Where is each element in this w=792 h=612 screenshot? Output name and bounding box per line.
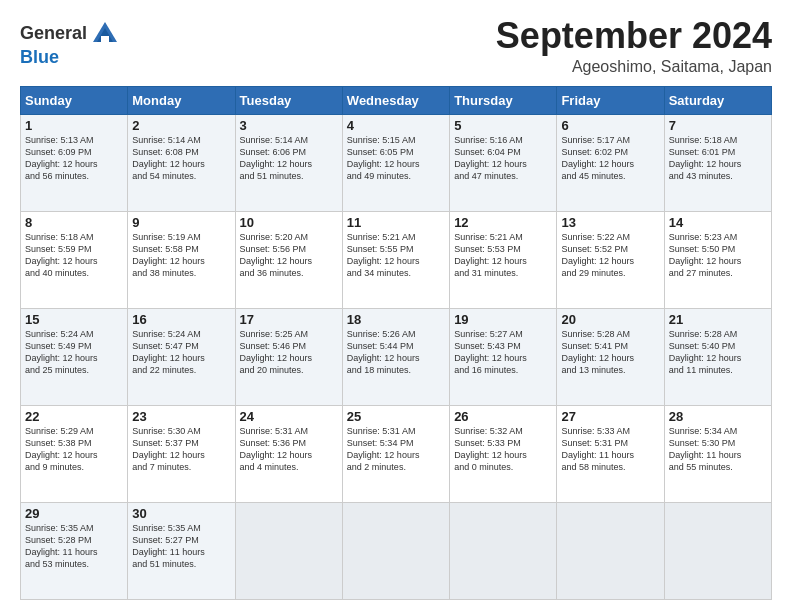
day-number: 19	[454, 312, 552, 327]
day-number: 9	[132, 215, 230, 230]
logo-general-text: General	[20, 24, 87, 44]
day-info: Sunrise: 5:28 AMSunset: 5:41 PMDaylight:…	[561, 328, 659, 377]
day-info: Sunrise: 5:26 AMSunset: 5:44 PMDaylight:…	[347, 328, 445, 377]
day-info: Sunrise: 5:15 AMSunset: 6:05 PMDaylight:…	[347, 134, 445, 183]
day-number: 21	[669, 312, 767, 327]
table-row: 8 Sunrise: 5:18 AMSunset: 5:59 PMDayligh…	[21, 211, 128, 308]
day-number: 1	[25, 118, 123, 133]
week-row-5: 29 Sunrise: 5:35 AMSunset: 5:28 PMDaylig…	[21, 502, 772, 599]
table-row	[450, 502, 557, 599]
day-number: 26	[454, 409, 552, 424]
title-block: September 2024 Ageoshimo, Saitama, Japan	[496, 16, 772, 76]
table-row: 9 Sunrise: 5:19 AMSunset: 5:58 PMDayligh…	[128, 211, 235, 308]
day-number: 18	[347, 312, 445, 327]
table-row: 22 Sunrise: 5:29 AMSunset: 5:38 PMDaylig…	[21, 405, 128, 502]
day-info: Sunrise: 5:27 AMSunset: 5:43 PMDaylight:…	[454, 328, 552, 377]
th-monday: Monday	[128, 86, 235, 114]
day-number: 6	[561, 118, 659, 133]
table-row: 10 Sunrise: 5:20 AMSunset: 5:56 PMDaylig…	[235, 211, 342, 308]
day-info: Sunrise: 5:13 AMSunset: 6:09 PMDaylight:…	[25, 134, 123, 183]
day-info: Sunrise: 5:23 AMSunset: 5:50 PMDaylight:…	[669, 231, 767, 280]
table-row: 19 Sunrise: 5:27 AMSunset: 5:43 PMDaylig…	[450, 308, 557, 405]
day-number: 12	[454, 215, 552, 230]
week-row-2: 8 Sunrise: 5:18 AMSunset: 5:59 PMDayligh…	[21, 211, 772, 308]
day-number: 27	[561, 409, 659, 424]
day-number: 23	[132, 409, 230, 424]
svg-rect-2	[101, 36, 109, 42]
day-info: Sunrise: 5:24 AMSunset: 5:47 PMDaylight:…	[132, 328, 230, 377]
day-number: 4	[347, 118, 445, 133]
table-row	[235, 502, 342, 599]
calendar-table: Sunday Monday Tuesday Wednesday Thursday…	[20, 86, 772, 600]
th-thursday: Thursday	[450, 86, 557, 114]
day-info: Sunrise: 5:35 AMSunset: 5:28 PMDaylight:…	[25, 522, 123, 571]
th-tuesday: Tuesday	[235, 86, 342, 114]
th-sunday: Sunday	[21, 86, 128, 114]
table-row	[664, 502, 771, 599]
table-row: 17 Sunrise: 5:25 AMSunset: 5:46 PMDaylig…	[235, 308, 342, 405]
logo-icon	[91, 20, 119, 48]
day-info: Sunrise: 5:22 AMSunset: 5:52 PMDaylight:…	[561, 231, 659, 280]
day-info: Sunrise: 5:30 AMSunset: 5:37 PMDaylight:…	[132, 425, 230, 474]
table-row: 15 Sunrise: 5:24 AMSunset: 5:49 PMDaylig…	[21, 308, 128, 405]
table-row: 7 Sunrise: 5:18 AMSunset: 6:01 PMDayligh…	[664, 114, 771, 211]
week-row-3: 15 Sunrise: 5:24 AMSunset: 5:49 PMDaylig…	[21, 308, 772, 405]
table-row: 5 Sunrise: 5:16 AMSunset: 6:04 PMDayligh…	[450, 114, 557, 211]
day-number: 13	[561, 215, 659, 230]
day-info: Sunrise: 5:35 AMSunset: 5:27 PMDaylight:…	[132, 522, 230, 571]
table-row: 13 Sunrise: 5:22 AMSunset: 5:52 PMDaylig…	[557, 211, 664, 308]
day-number: 7	[669, 118, 767, 133]
table-row	[342, 502, 449, 599]
table-row: 27 Sunrise: 5:33 AMSunset: 5:31 PMDaylig…	[557, 405, 664, 502]
th-wednesday: Wednesday	[342, 86, 449, 114]
day-number: 16	[132, 312, 230, 327]
table-row: 30 Sunrise: 5:35 AMSunset: 5:27 PMDaylig…	[128, 502, 235, 599]
day-info: Sunrise: 5:28 AMSunset: 5:40 PMDaylight:…	[669, 328, 767, 377]
day-number: 15	[25, 312, 123, 327]
logo: General Blue	[20, 20, 119, 68]
day-info: Sunrise: 5:18 AMSunset: 5:59 PMDaylight:…	[25, 231, 123, 280]
day-number: 5	[454, 118, 552, 133]
table-row	[557, 502, 664, 599]
table-row: 1 Sunrise: 5:13 AMSunset: 6:09 PMDayligh…	[21, 114, 128, 211]
table-row: 21 Sunrise: 5:28 AMSunset: 5:40 PMDaylig…	[664, 308, 771, 405]
table-row: 4 Sunrise: 5:15 AMSunset: 6:05 PMDayligh…	[342, 114, 449, 211]
day-info: Sunrise: 5:33 AMSunset: 5:31 PMDaylight:…	[561, 425, 659, 474]
day-info: Sunrise: 5:20 AMSunset: 5:56 PMDaylight:…	[240, 231, 338, 280]
day-number: 29	[25, 506, 123, 521]
table-row: 23 Sunrise: 5:30 AMSunset: 5:37 PMDaylig…	[128, 405, 235, 502]
th-friday: Friday	[557, 86, 664, 114]
day-info: Sunrise: 5:31 AMSunset: 5:36 PMDaylight:…	[240, 425, 338, 474]
page: General Blue September 2024 Ageoshimo, S…	[0, 0, 792, 612]
day-number: 3	[240, 118, 338, 133]
table-row: 25 Sunrise: 5:31 AMSunset: 5:34 PMDaylig…	[342, 405, 449, 502]
table-row: 26 Sunrise: 5:32 AMSunset: 5:33 PMDaylig…	[450, 405, 557, 502]
table-row: 3 Sunrise: 5:14 AMSunset: 6:06 PMDayligh…	[235, 114, 342, 211]
week-row-4: 22 Sunrise: 5:29 AMSunset: 5:38 PMDaylig…	[21, 405, 772, 502]
table-row: 11 Sunrise: 5:21 AMSunset: 5:55 PMDaylig…	[342, 211, 449, 308]
table-row: 2 Sunrise: 5:14 AMSunset: 6:08 PMDayligh…	[128, 114, 235, 211]
day-info: Sunrise: 5:21 AMSunset: 5:53 PMDaylight:…	[454, 231, 552, 280]
day-number: 10	[240, 215, 338, 230]
day-number: 28	[669, 409, 767, 424]
logo-blue-text: Blue	[20, 47, 59, 67]
th-saturday: Saturday	[664, 86, 771, 114]
day-info: Sunrise: 5:34 AMSunset: 5:30 PMDaylight:…	[669, 425, 767, 474]
day-number: 8	[25, 215, 123, 230]
table-row: 12 Sunrise: 5:21 AMSunset: 5:53 PMDaylig…	[450, 211, 557, 308]
day-number: 20	[561, 312, 659, 327]
table-row: 14 Sunrise: 5:23 AMSunset: 5:50 PMDaylig…	[664, 211, 771, 308]
day-number: 22	[25, 409, 123, 424]
table-row: 6 Sunrise: 5:17 AMSunset: 6:02 PMDayligh…	[557, 114, 664, 211]
day-info: Sunrise: 5:21 AMSunset: 5:55 PMDaylight:…	[347, 231, 445, 280]
table-row: 24 Sunrise: 5:31 AMSunset: 5:36 PMDaylig…	[235, 405, 342, 502]
header: General Blue September 2024 Ageoshimo, S…	[20, 16, 772, 76]
table-row: 28 Sunrise: 5:34 AMSunset: 5:30 PMDaylig…	[664, 405, 771, 502]
day-info: Sunrise: 5:17 AMSunset: 6:02 PMDaylight:…	[561, 134, 659, 183]
day-info: Sunrise: 5:32 AMSunset: 5:33 PMDaylight:…	[454, 425, 552, 474]
table-row: 16 Sunrise: 5:24 AMSunset: 5:47 PMDaylig…	[128, 308, 235, 405]
day-info: Sunrise: 5:24 AMSunset: 5:49 PMDaylight:…	[25, 328, 123, 377]
day-number: 11	[347, 215, 445, 230]
day-number: 2	[132, 118, 230, 133]
day-number: 30	[132, 506, 230, 521]
